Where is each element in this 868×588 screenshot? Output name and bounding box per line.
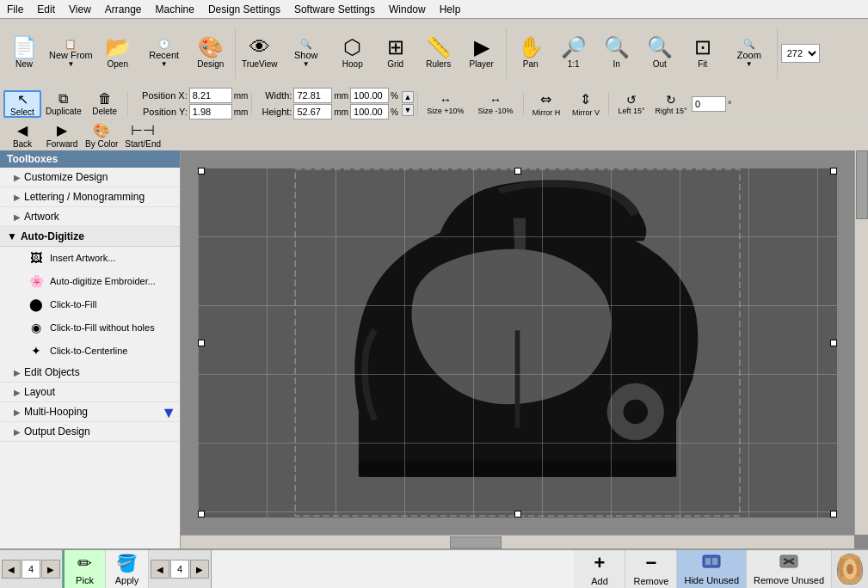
- rotate-right-button[interactable]: ↻ Right 15°: [652, 90, 690, 118]
- pan-button[interactable]: ✋ Pan: [510, 22, 551, 84]
- delete-icon: 🗑: [98, 92, 112, 106]
- hoop-button[interactable]: ⬡ Hoop: [332, 22, 373, 84]
- zoom-in-button[interactable]: 🔍 In: [596, 22, 637, 84]
- sidebar-subitem-label-click-to-fill: Click-to-Fill: [50, 299, 96, 309]
- hide-unused-button[interactable]: Hide Unused: [677, 550, 747, 588]
- handle-bl[interactable]: [198, 511, 205, 518]
- remove-unused-button[interactable]: Remove Unused: [747, 550, 832, 588]
- height-pct-input[interactable]: [350, 104, 389, 119]
- mirror-v-button[interactable]: ⇕ Mirror V: [567, 90, 605, 118]
- zoom-out-icon: 🔍: [647, 37, 673, 58]
- handle-tr[interactable]: [830, 168, 837, 175]
- show-button[interactable]: 🔍 Show ▼: [282, 22, 330, 84]
- zoom-1to1-button[interactable]: 🔎 1:1: [553, 22, 594, 84]
- handle-br[interactable]: [830, 511, 837, 518]
- handle-mr[interactable]: [830, 340, 837, 346]
- scrollbar-horizontal[interactable]: [181, 535, 854, 548]
- mirror-h-label: Mirror H: [532, 108, 561, 117]
- forward-button[interactable]: ▶ Forward: [43, 122, 81, 150]
- svg-point-16: [846, 564, 853, 574]
- sidebar-item-multi-hooping[interactable]: ▶ Multi-Hooping ▼: [0, 402, 180, 422]
- zoom-fit-button[interactable]: ⊡ Fit: [682, 22, 723, 84]
- design-button[interactable]: 🎨 Design: [190, 22, 231, 84]
- sidebar-item-lettering[interactable]: ▶ Lettering / Monogramming: [0, 187, 180, 207]
- position-x-input[interactable]: [189, 88, 232, 103]
- handle-ml[interactable]: [198, 340, 205, 346]
- scrollbar-v-thumb[interactable]: [856, 150, 868, 219]
- size-minus-button[interactable]: ↔ Size -10%: [471, 90, 520, 118]
- menu-window[interactable]: Window: [382, 2, 433, 17]
- canvas-area[interactable]: [181, 150, 868, 548]
- menu-edit[interactable]: Edit: [30, 2, 62, 17]
- remove-color-button[interactable]: − Remove: [625, 550, 677, 588]
- page-prev-button[interactable]: ◀: [2, 560, 21, 579]
- sidebar-item-layout[interactable]: ▶ Layout: [0, 383, 180, 402]
- duplicate-button[interactable]: ⧉ Duplicate: [43, 90, 84, 118]
- sidebar-subitem-insert-artwork[interactable]: 🖼 Insert Artwork...: [0, 247, 180, 270]
- menu-file[interactable]: File: [0, 2, 30, 17]
- rotate-right-icon: ↻: [666, 93, 676, 107]
- position-y-input[interactable]: [189, 104, 232, 119]
- size-plus-button[interactable]: ↔ Size +10%: [422, 90, 470, 118]
- menu-design-settings[interactable]: Design Settings: [201, 2, 287, 17]
- position-x-unit: mm: [234, 91, 249, 101]
- player-button[interactable]: ▶ Player: [461, 22, 502, 84]
- sidebar-subitem-click-to-fill[interactable]: ⬤ Click-to-Fill: [0, 293, 180, 316]
- rotate-input[interactable]: [692, 96, 726, 112]
- select-button[interactable]: ↖ Select: [3, 90, 41, 118]
- sidebar-item-edit-objects[interactable]: ▶ Edit Objects: [0, 363, 180, 383]
- delete-button[interactable]: 🗑 Delete: [86, 90, 124, 118]
- menu-arrange[interactable]: Arrange: [98, 2, 149, 17]
- sidebar-subitem-click-to-fill-no-holes[interactable]: ◉ Click-to-Fill without holes: [0, 316, 180, 340]
- thread-spool-button[interactable]: [837, 554, 863, 585]
- grid-button[interactable]: ⊞ Grid: [375, 22, 416, 84]
- recent-button[interactable]: 🕐 Recent ▼: [140, 22, 188, 84]
- rotate-left-icon: ↺: [626, 93, 637, 107]
- sidebar-subitem-click-to-centerline[interactable]: ✦ Click-to-Centerline: [0, 340, 180, 363]
- width-input[interactable]: [293, 88, 332, 103]
- open-button[interactable]: 📂 Open: [97, 22, 139, 84]
- height-input[interactable]: [293, 104, 332, 119]
- handle-tl[interactable]: [198, 168, 205, 175]
- sidebar-item-artwork[interactable]: ▶ Artwork: [0, 207, 180, 227]
- player-label: Player: [470, 59, 494, 69]
- trueview-button[interactable]: 👁 TrueView: [239, 22, 280, 84]
- main-area: Toolboxes ▶ Customize Design ▶ Lettering…: [0, 150, 868, 548]
- size-adjust-up[interactable]: ▲: [402, 91, 414, 103]
- click-to-fill-icon: ⬤: [28, 296, 45, 313]
- sidebar-item-auto-digitize[interactable]: ▼ Auto-Digitize: [0, 227, 180, 247]
- back-button[interactable]: ◀ Back: [3, 122, 41, 150]
- menu-machine[interactable]: Machine: [149, 2, 201, 17]
- sidebar-item-arrow-artwork: ▶: [14, 212, 21, 222]
- menu-view[interactable]: View: [62, 2, 98, 17]
- sidebar-item-output-design[interactable]: ▶ Output Design: [0, 422, 180, 442]
- scrollbar-vertical[interactable]: [854, 150, 868, 535]
- page-prev-button-right[interactable]: ◀: [151, 560, 169, 579]
- scrollbar-h-thumb[interactable]: [450, 536, 502, 548]
- pick-tool-button[interactable]: ✏ Pick: [63, 550, 106, 588]
- mirror-h-button[interactable]: ⇔ Mirror H: [527, 90, 565, 118]
- handle-tm[interactable]: [514, 168, 521, 175]
- sidebar-item-customize-design[interactable]: ▶ Customize Design: [0, 168, 180, 187]
- page-next-button[interactable]: ▶: [41, 560, 60, 579]
- rulers-button[interactable]: 📏 Rulers: [418, 22, 459, 84]
- sidebar-subitem-auto-digitize-embroider[interactable]: 🌸 Auto-digitize Embroider...: [0, 270, 180, 293]
- apply-tool-button[interactable]: 🪣 Apply: [106, 550, 149, 588]
- rotate-left-button[interactable]: ↺ Left 15°: [613, 90, 650, 118]
- menu-help[interactable]: Help: [433, 2, 468, 17]
- handle-bm[interactable]: [514, 511, 521, 518]
- by-color-button[interactable]: 🎨 By Color: [83, 122, 120, 150]
- new-from-button[interactable]: 📋 New From ▼: [46, 22, 95, 84]
- start-end-button[interactable]: ⊢⊣ Start/End: [122, 122, 163, 150]
- width-pct-input[interactable]: [350, 88, 389, 103]
- zoom-button[interactable]: 🔍 Zoom ▼: [725, 22, 773, 84]
- add-color-button[interactable]: + Add: [574, 550, 625, 588]
- page-next-button-right[interactable]: ▶: [190, 560, 209, 579]
- recent-arrow: ▼: [161, 60, 168, 68]
- menu-software-settings[interactable]: Software Settings: [287, 2, 382, 17]
- zoom-level-select[interactable]: 272 100 150 200: [781, 44, 820, 63]
- new-button[interactable]: 📄 New: [3, 22, 45, 84]
- size-adjust-down[interactable]: ▼: [402, 104, 414, 116]
- delete-label: Delete: [92, 107, 117, 116]
- zoom-out-button[interactable]: 🔍 Out: [639, 22, 680, 84]
